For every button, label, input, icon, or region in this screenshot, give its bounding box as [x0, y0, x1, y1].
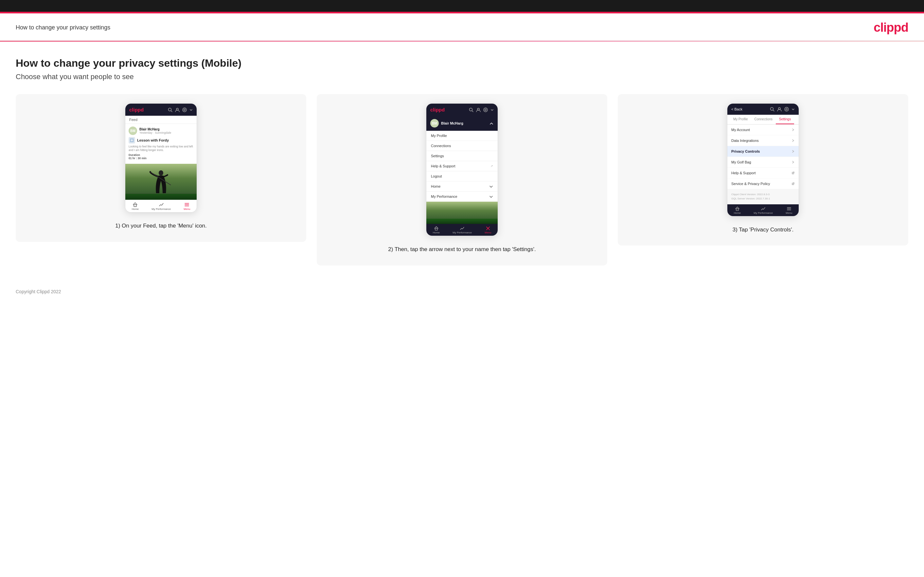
- nav2-home: Home: [433, 226, 440, 234]
- phone2-username: Blair McHarg: [441, 121, 463, 125]
- step-3-caption: 3) Tap 'Privacy Controls'.: [733, 226, 794, 234]
- step-2-caption: 2) Then, tap the arrow next to your name…: [388, 245, 536, 254]
- setting-privacy-controls[interactable]: Privacy Controls: [727, 146, 799, 156]
- nav2-menu-label: Menu: [485, 231, 491, 234]
- steps-row: clippd: [16, 94, 908, 266]
- tab-settings[interactable]: Settings: [776, 115, 794, 124]
- nav-performance: My Performance: [152, 202, 171, 211]
- lesson-icon: [129, 137, 135, 143]
- home-icon: [133, 202, 137, 207]
- phone-2-mockup: clippd: [426, 103, 498, 236]
- header: How to change your privacy settings clip…: [0, 13, 924, 41]
- duration: Duration 01 hr : 30 min: [129, 153, 193, 160]
- clippd-logo: clippd: [874, 21, 908, 35]
- chevron-right-icon-2: [792, 139, 795, 142]
- svg-rect-17: [435, 229, 438, 230]
- main-content: How to change your privacy settings (Mob…: [0, 42, 924, 279]
- username: Blair McHarg: [139, 127, 171, 131]
- svg-line-21: [773, 110, 774, 111]
- menu-logout[interactable]: Logout: [426, 171, 498, 181]
- external-link-icon: [792, 171, 795, 174]
- user-icon-2: [476, 108, 481, 112]
- post-date: Yesterday · Sunningdale: [139, 131, 171, 134]
- phone2-topbar: clippd: [426, 104, 498, 116]
- svg-point-6: [159, 170, 163, 176]
- tab-connections[interactable]: Connections: [751, 115, 776, 124]
- phone3-icons: [770, 107, 795, 111]
- chevron-up-icon: [489, 121, 494, 126]
- tab-my-profile[interactable]: My Profile: [730, 115, 751, 124]
- search-icon-3: [770, 107, 774, 111]
- setting-help-support[interactable]: Help & Support: [727, 168, 799, 178]
- my-account-label: My Account: [731, 128, 750, 132]
- feed-post: BM Blair McHarg Yesterday · Sunningdale: [125, 124, 197, 164]
- user-info: Blair McHarg Yesterday · Sunningdale: [139, 127, 171, 134]
- search-icon-2: [469, 108, 473, 112]
- phone3-back[interactable]: < Back: [731, 107, 742, 111]
- version-info: Clippd Client Version: 2022.8.3-3 GQL Se…: [727, 189, 799, 204]
- menu-help-support[interactable]: Help & Support: [426, 161, 498, 171]
- svg-rect-25: [736, 209, 738, 211]
- setting-service-privacy[interactable]: Service & Privacy Policy: [727, 179, 799, 189]
- nav-performance-label: My Performance: [152, 208, 171, 211]
- phone1-logo: clippd: [129, 107, 144, 113]
- performance-icon: [159, 202, 163, 207]
- lesson-desc: Looking to feel like my hands are exitin…: [129, 145, 193, 152]
- lesson-svg: [130, 138, 134, 142]
- nav2-menu-close[interactable]: Menu: [485, 226, 491, 234]
- menu-settings[interactable]: Settings: [426, 151, 498, 161]
- duration-label: Duration: [129, 153, 140, 156]
- chevron-down-perf-icon: [489, 195, 493, 198]
- setting-data-integrations[interactable]: Data Integrations: [727, 135, 799, 146]
- nav3-home: Home: [734, 206, 741, 214]
- chevron-right-icon-3: [792, 161, 795, 164]
- step-3-card: < Back: [618, 94, 908, 245]
- performance-icon-3: [761, 206, 765, 211]
- nav3-menu-label: Menu: [786, 211, 792, 214]
- my-golf-bag-label: My Golf Bag: [731, 160, 751, 164]
- phone-3-mockup: < Back: [727, 103, 799, 216]
- phone2-logo: clippd: [430, 107, 445, 113]
- nav2-performance-label: My Performance: [452, 231, 472, 234]
- avatar-2: BM: [430, 119, 439, 127]
- header-title: How to change your privacy settings: [16, 24, 110, 31]
- svg-line-1: [171, 111, 173, 112]
- menu-connections[interactable]: Connections: [426, 141, 498, 151]
- user-icon-3: [777, 107, 782, 111]
- section-home[interactable]: Home: [426, 181, 498, 192]
- nav-menu[interactable]: Menu: [184, 202, 190, 211]
- home-icon-3: [735, 206, 740, 211]
- service-privacy-label: Service & Privacy Policy: [731, 182, 770, 186]
- nav-home: Home: [132, 202, 139, 211]
- phone3-topbar: < Back: [727, 104, 799, 115]
- setting-my-account[interactable]: My Account: [727, 124, 799, 135]
- search-icon: [168, 108, 173, 112]
- phone2-bottom-nav: Home My Performance Menu: [426, 224, 498, 236]
- phone3-tabs: My Profile Connections Settings: [727, 115, 799, 124]
- data-integrations-label: Data Integrations: [731, 139, 759, 143]
- feed-label: Feed: [125, 116, 197, 124]
- phone1-icons: [168, 108, 193, 112]
- nav3-home-label: Home: [734, 211, 741, 214]
- setting-my-golf-bag[interactable]: My Golf Bag: [727, 157, 799, 168]
- close-icon: [486, 226, 490, 230]
- lesson-row: Lesson with Fordy: [129, 137, 193, 143]
- nav-menu-label: Menu: [184, 208, 190, 211]
- phone-1-mockup: clippd: [125, 103, 197, 213]
- svg-point-24: [785, 107, 788, 111]
- section-home-label: Home: [431, 184, 440, 188]
- section-performance[interactable]: My Performance: [426, 192, 498, 202]
- version-client: Clippd Client Version: 2022.8.3-3: [731, 193, 795, 197]
- settings-icon-2: [483, 108, 488, 112]
- chevron-right-privacy-icon: [792, 150, 795, 153]
- svg-point-23: [786, 108, 788, 110]
- home-icon-2: [434, 226, 438, 230]
- help-support-label: Help & Support: [731, 171, 756, 175]
- nav3-performance-label: My Performance: [754, 211, 773, 214]
- step-2-card: clippd: [317, 94, 607, 266]
- footer: Copyright Clippd 2022: [0, 279, 924, 303]
- menu-my-profile[interactable]: My Profile: [426, 131, 498, 141]
- nav-home-label: Home: [132, 208, 139, 211]
- step-1-card: clippd: [16, 94, 306, 242]
- nav3-menu: Menu: [786, 206, 792, 214]
